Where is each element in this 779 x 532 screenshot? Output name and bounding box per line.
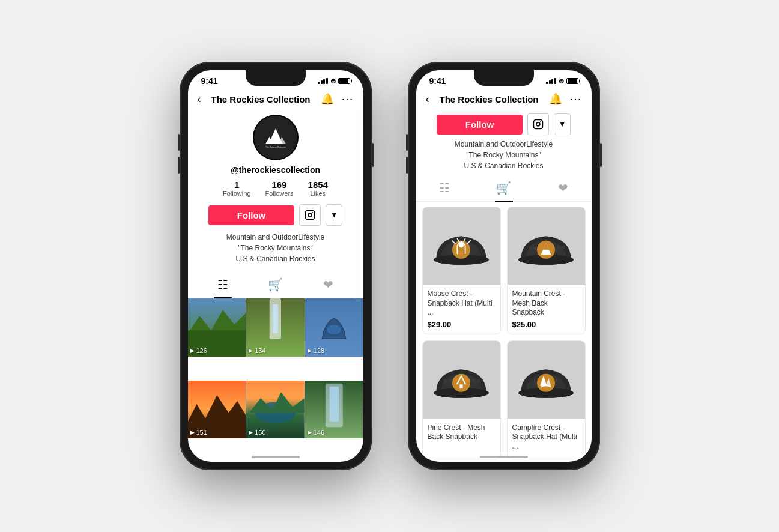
- instagram-button[interactable]: [299, 204, 321, 226]
- hat-svg-3: [431, 355, 491, 404]
- product-card-2[interactable]: Mountain Crest - Mesh Back Snapback $25.…: [507, 207, 586, 334]
- likes-label: Likes: [308, 190, 328, 197]
- video-cell-5[interactable]: ▶ 160: [246, 381, 305, 439]
- followers-label: Followers: [265, 190, 294, 197]
- svg-rect-13: [273, 304, 279, 333]
- dropdown-button[interactable]: ▼: [326, 204, 342, 226]
- scene: 9:41 ⊜ ‹ The Rockies Colle: [156, 38, 624, 494]
- vol-up-button[interactable]: [178, 134, 180, 151]
- status-icons-2: ⊜: [546, 77, 578, 85]
- following-count: 1: [223, 180, 250, 190]
- tab-shop-icon[interactable]: 🛒: [258, 275, 293, 294]
- svg-rect-40: [444, 379, 447, 382]
- notch: [246, 70, 306, 86]
- tab-row: ☷ 🛒 ❤: [198, 271, 354, 298]
- power-button-2[interactable]: [600, 143, 602, 167]
- product-card-1[interactable]: Moose Crest - Snapback Hat (Multi ... $2…: [422, 207, 501, 334]
- tab-liked-icon[interactable]: ❤: [314, 275, 343, 294]
- svg-rect-32: [533, 246, 536, 249]
- svg-rect-41: [449, 379, 452, 382]
- phone-profile: 9:41 ⊜ ‹ The Rockies Colle: [180, 62, 372, 470]
- bio-line2: "The Rocky Mountains": [238, 244, 313, 252]
- following-label: Following: [223, 190, 250, 197]
- notification-icon[interactable]: 🔔: [321, 92, 334, 106]
- video-count-2: ▶ 134: [249, 347, 265, 354]
- vol-down-button-2[interactable]: [406, 157, 408, 174]
- phone-shop: 9:41 ⊜ ‹ The Rockies Colle: [408, 62, 600, 470]
- svg-rect-42: [472, 379, 475, 382]
- video-count-6: ▶ 146: [308, 429, 324, 436]
- instagram-icon-2: [533, 119, 544, 130]
- shop-bio: Mountain and OutdoorLifestyle "The Rocky…: [416, 139, 592, 171]
- bio-text: Mountain and OutdoorLifestyle "The Rocky…: [220, 232, 330, 264]
- tab-shop-icon-2[interactable]: 🛒: [486, 178, 521, 198]
- phone-screen: 9:41 ⊜ ‹ The Rockies Colle: [188, 70, 363, 462]
- more-options-icon-2[interactable]: ⋯: [569, 92, 582, 106]
- video-cell-1[interactable]: ▶ 126: [188, 298, 246, 357]
- battery-icon-2: [566, 78, 578, 84]
- page-title-2: The Rockies Collection: [429, 94, 549, 104]
- instagram-icon: [305, 210, 315, 220]
- status-icons: ⊜: [318, 77, 350, 85]
- vol-down-button[interactable]: [178, 157, 180, 174]
- page-title: The Rockies Collection: [201, 94, 321, 104]
- product-img-4: [508, 341, 585, 419]
- svg-point-6: [308, 213, 312, 217]
- hat-svg-1: [431, 222, 491, 270]
- shop-follow-row: Follow ▼: [416, 110, 592, 139]
- shop-bio-line3: U.S & Canadian Rockies: [464, 162, 543, 170]
- svg-rect-23: [534, 120, 543, 129]
- video-cell-2[interactable]: ▶ 134: [246, 298, 305, 357]
- product-name-2: Mountain Crest - Mesh Back Snapback: [512, 289, 580, 318]
- shop-content: Moose Crest - Snapback Hat (Multi ... $2…: [416, 202, 592, 462]
- product-price-2: $25.00: [512, 320, 580, 329]
- more-options-icon[interactable]: ⋯: [341, 92, 354, 106]
- vol-up-button-2[interactable]: [406, 134, 408, 151]
- svg-rect-43: [477, 379, 480, 382]
- signal-icon-2: [546, 78, 556, 84]
- dropdown-button-2[interactable]: ▼: [554, 113, 571, 135]
- product-card-3[interactable]: Pine Crest - Mesh Back Snapback: [422, 340, 501, 459]
- avatar-logo: The Rockies Collection: [261, 125, 291, 150]
- stat-followers: 169 Followers: [265, 180, 294, 197]
- product-grid: Moose Crest - Snapback Hat (Multi ... $2…: [422, 202, 586, 462]
- tab-grid-icon[interactable]: ☷: [208, 275, 238, 294]
- follow-row: Follow ▼: [208, 204, 343, 226]
- video-count-5: ▶ 160: [249, 429, 265, 436]
- tab-liked-icon-2[interactable]: ❤: [548, 178, 578, 198]
- signal-icon: [318, 78, 328, 84]
- video-cell-6[interactable]: ▶ 146: [305, 381, 363, 439]
- notification-icon-2[interactable]: 🔔: [549, 92, 562, 106]
- bio-line1: Mountain and OutdoorLifestyle: [226, 233, 324, 241]
- video-cell-3[interactable]: ▶ 128: [305, 298, 363, 357]
- notch-2: [474, 70, 534, 86]
- instagram-button-2[interactable]: [527, 113, 549, 135]
- svg-point-14: [327, 325, 341, 334]
- wifi-icon: ⊜: [330, 77, 336, 85]
- video-count-4: ▶ 151: [190, 429, 207, 436]
- avatar: The Rockies Collection: [253, 115, 299, 160]
- svg-rect-5: [306, 211, 315, 220]
- video-cell-4[interactable]: ▶ 151: [188, 381, 246, 439]
- hat-svg-2: [516, 222, 576, 270]
- top-nav: ‹ The Rockies Collection 🔔 ⋯: [188, 88, 363, 110]
- follow-button[interactable]: Follow: [208, 205, 295, 225]
- video-grid: ▶ 126 ▶ 134: [188, 298, 363, 462]
- svg-point-24: [536, 122, 540, 126]
- follow-button-2[interactable]: Follow: [437, 115, 523, 135]
- product-info-3: Pine Crest - Mesh Back Snapback: [423, 419, 500, 449]
- product-img-3: [423, 341, 500, 419]
- power-button[interactable]: [372, 143, 374, 167]
- status-time-2: 9:41: [429, 76, 446, 86]
- svg-point-29: [459, 241, 464, 247]
- svg-rect-31: [529, 246, 532, 249]
- home-indicator: [252, 456, 300, 458]
- svg-rect-22: [329, 386, 338, 421]
- bio-line3: U.S & Canadian Rockies: [235, 255, 315, 263]
- product-price-1: $29.00: [428, 320, 496, 329]
- svg-point-25: [540, 121, 541, 122]
- shop-bio-line1: Mountain and OutdoorLifestyle: [455, 140, 553, 148]
- product-card-4[interactable]: Campfire Crest - Snapback Hat (Multi ...: [507, 340, 586, 459]
- profile-section: The Rockies Collection @therockiescollec…: [188, 110, 363, 298]
- tab-grid-icon-2[interactable]: ☷: [429, 178, 459, 198]
